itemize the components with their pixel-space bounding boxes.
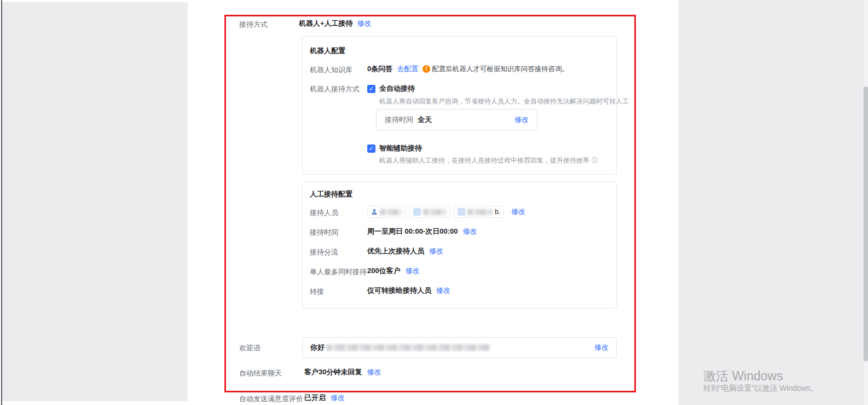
auto-satisfaction-label: 自动发送满意度评价 — [239, 394, 303, 404]
robot-config-title: 机器人配置 — [310, 46, 345, 56]
manual-row-value: 周一至周日 00:00-次日00:00 — [367, 227, 458, 236]
auto-end-row: 客户30分钟未回复 修改 — [304, 367, 381, 377]
welcome-box: 你好 修改 — [302, 337, 617, 358]
time-value: 全天 — [418, 115, 432, 125]
left-background-panel — [2, 2, 188, 401]
time-label: 接待时间 — [385, 115, 413, 125]
checkbox-full-auto-checked-icon[interactable]: ✓ — [367, 85, 375, 93]
staff-tag: b. — [454, 206, 504, 218]
knowledge-base-row: 0条问答 去配置 ! 配置后机器人才可根据知识库问答接待咨询。 — [367, 64, 569, 74]
welcome-modify-link[interactable]: 修改 — [594, 343, 609, 352]
manual-row-label: 转接 — [310, 287, 324, 297]
redacted-name — [380, 209, 402, 215]
avatar — [413, 208, 421, 216]
manual-row-label: 单人最多同时接待 — [310, 267, 367, 277]
full-auto-label: 全自动接待 — [379, 84, 415, 94]
main-content-panel: 接待方式 机器人+人工接待 修改 机器人配置 机器人知识库 0条问答 去配置 !… — [188, 0, 679, 405]
info-icon[interactable]: ⓘ — [592, 156, 598, 165]
reception-method-value: 机器人+人工接待 — [299, 19, 353, 28]
reception-method-row: 机器人+人工接待 修改 — [299, 19, 372, 28]
robot-config-card: 机器人配置 机器人知识库 0条问答 去配置 ! 配置后机器人才可根据知识库问答接… — [302, 36, 617, 175]
smart-assist-desc: 机器人将辅助人工接待，在接待人员接待过程中推荐回复，提升接待效率 — [379, 156, 589, 165]
staff-tag — [409, 206, 450, 218]
settings-page: 接待方式 机器人+人工接待 修改 机器人配置 机器人知识库 0条问答 去配置 !… — [0, 0, 868, 405]
windows-activation-watermark-subtitle: 转到“电脑设置”以激活 Windows。 — [703, 384, 818, 394]
checkbox-smart-assist-checked-icon[interactable]: ✓ — [367, 144, 375, 153]
avatar — [458, 208, 465, 216]
staff-tag-suffix: b. — [495, 208, 500, 216]
robot-reception-mode-label: 机器人接待方式 — [310, 84, 360, 94]
staff-modify-link[interactable]: 修改 — [511, 207, 525, 217]
manual-row: 仅可转接给接待人员 修改 — [367, 286, 450, 296]
auto-end-label: 自动结束聊天 — [239, 368, 282, 378]
manual-row: 周一至周日 00:00-次日00:00 修改 — [367, 227, 477, 236]
go-configure-link[interactable]: 去配置 — [397, 64, 418, 74]
manual-config-title: 人工接待配置 — [310, 189, 352, 199]
warning-icon: ! — [423, 65, 430, 73]
smart-assist-desc-row: 机器人将辅助人工接待，在接待人员接待过程中推荐回复，提升接待效率 ⓘ — [379, 156, 598, 165]
smart-assist-label: 智能辅助接待 — [379, 143, 422, 153]
manual-config-card: 人工接待配置 接待人员 b. 修改 — [302, 182, 617, 309]
welcome-label: 欢迎语 — [239, 343, 261, 353]
modify-link[interactable]: 修改 — [462, 227, 477, 236]
knowledge-base-label: 机器人知识库 — [310, 65, 352, 75]
auto-end-modify-link[interactable]: 修改 — [367, 367, 381, 377]
staff-tags-row: b. 修改 — [367, 206, 525, 218]
auto-end-value: 客户30分钟未回复 — [304, 367, 362, 377]
manual-row: 优先上次接待人员 修改 — [367, 246, 443, 256]
welcome-redacted-text — [326, 344, 490, 351]
full-auto-option: ✓ 全自动接待 — [367, 84, 415, 94]
auto-satisfaction-value: 已开启 — [304, 393, 326, 403]
staff-label: 接待人员 — [310, 208, 338, 218]
windows-activation-watermark-title: 激活 Windows — [703, 368, 783, 385]
modify-link[interactable]: 修改 — [436, 286, 450, 296]
manual-row-label: 接待分流 — [310, 247, 338, 257]
welcome-visible-text: 你好 — [310, 343, 325, 352]
redacted-name — [423, 209, 446, 215]
knowledge-base-warning: ! 配置后机器人才可根据知识库问答接待咨询。 — [423, 65, 569, 74]
manual-row-value: 200位客户 — [367, 266, 401, 276]
reception-time-box: 接待时间 全天 修改 — [376, 109, 537, 130]
staff-tag — [367, 206, 406, 218]
full-auto-desc: 机器人将自动回复客户咨询，节省接待人员人力。全自动接待无法解决问题时可转人工 — [379, 97, 629, 106]
manual-row: 200位客户 修改 — [367, 266, 420, 276]
manual-row-value: 优先上次接待人员 — [367, 246, 424, 256]
knowledge-base-value: 0条问答 — [367, 64, 392, 74]
smart-assist-option: ✓ 智能辅助接待 — [367, 143, 422, 153]
manual-row-label: 接待时间 — [310, 228, 338, 238]
warning-text: 配置后机器人才可根据知识库问答接待咨询。 — [432, 65, 569, 74]
auto-satisfaction-modify-link[interactable]: 修改 — [331, 393, 345, 403]
manual-row-value: 仅可转接给接待人员 — [367, 286, 431, 296]
person-icon — [371, 209, 378, 215]
scrollbar-thumb[interactable] — [864, 86, 868, 361]
reception-method-modify-link[interactable]: 修改 — [357, 19, 372, 28]
right-background-panel — [679, 0, 868, 405]
auto-satisfaction-row: 已开启 修改 — [304, 393, 345, 403]
reception-method-label: 接待方式 — [239, 20, 268, 30]
modify-link[interactable]: 修改 — [429, 246, 443, 256]
redacted-name — [467, 209, 493, 215]
modify-link[interactable]: 修改 — [406, 266, 420, 276]
scrollbar-track[interactable] — [864, 0, 868, 405]
time-modify-link[interactable]: 修改 — [514, 115, 529, 125]
